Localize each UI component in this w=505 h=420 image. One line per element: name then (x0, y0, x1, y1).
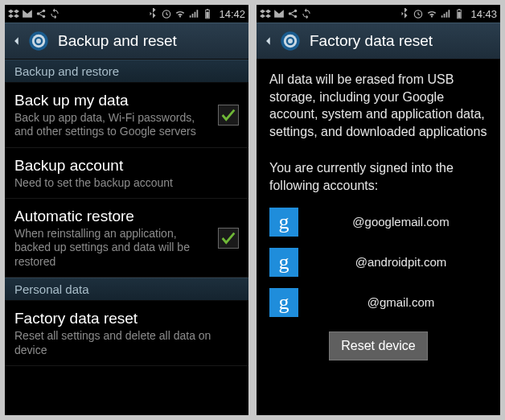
item-subtitle: Need to set the backup account (14, 176, 239, 191)
account-row: g @googlemail.com (257, 204, 500, 240)
signal-icon (440, 8, 451, 19)
item-backup-account[interactable]: Backup account Need to set the backup ac… (5, 148, 248, 199)
svg-rect-6 (207, 12, 210, 19)
item-title: Automatic restore (14, 207, 211, 226)
checkbox-automatic-restore[interactable] (218, 228, 239, 249)
dropbox-icon (8, 8, 19, 19)
alarm-icon (161, 8, 172, 19)
item-title: Backup account (14, 156, 239, 175)
status-time: 14:42 (219, 8, 245, 20)
title-bar[interactable]: Backup and reset (5, 23, 248, 60)
battery-icon (454, 8, 465, 19)
title-bar[interactable]: Factory data reset (257, 23, 500, 60)
account-row: g @androidpit.com (257, 245, 500, 280)
svg-rect-17 (458, 12, 462, 19)
google-icon: g (269, 208, 298, 237)
bluetooth-icon (147, 8, 158, 19)
back-icon[interactable] (263, 32, 274, 50)
share-icon (287, 8, 298, 19)
wifi-icon (174, 8, 186, 19)
item-backup-my-data[interactable]: Back up my data Back up app data, Wi-Fi … (5, 83, 248, 148)
phone-left: 14:42 Backup and reset Backup and restor… (5, 5, 248, 415)
google-icon: g (269, 248, 298, 277)
checkbox-backup-my-data[interactable] (218, 105, 239, 126)
google-icon: g (269, 288, 298, 317)
svg-rect-16 (458, 9, 460, 10)
item-subtitle: Reset all settings and delete all data o… (14, 329, 239, 357)
section-header: Personal data (5, 278, 248, 301)
bluetooth-icon (399, 8, 410, 19)
svg-point-21 (288, 39, 293, 43)
settings-list: Backup and restore Back up my data Back … (5, 60, 248, 366)
back-icon[interactable] (11, 32, 23, 50)
svg-rect-5 (207, 9, 208, 10)
status-bar: 14:42 (5, 5, 248, 23)
check-icon (220, 229, 237, 247)
settings-icon (27, 30, 50, 52)
account-email: @androidpit.com (314, 255, 487, 269)
reset-device-button[interactable]: Reset device (329, 331, 428, 360)
alarm-icon (413, 8, 424, 19)
dropbox-icon (260, 8, 271, 19)
status-bar: 14:43 (257, 5, 500, 23)
mail-icon (22, 8, 33, 19)
warning-text: All data will be erased from USB storage… (257, 60, 500, 145)
account-email: @googlemail.com (314, 215, 487, 229)
item-title: Factory data reset (14, 309, 239, 328)
item-subtitle: Back up app data, Wi-Fi passwords, and o… (14, 111, 211, 139)
signed-in-label: You are currently signed into the follow… (257, 145, 500, 199)
status-time: 14:43 (470, 8, 497, 20)
item-subtitle: When reinstalling an application, backed… (14, 227, 211, 270)
share-icon (35, 8, 47, 19)
settings-icon (279, 30, 302, 52)
section-header: Backup and restore (5, 60, 248, 83)
mail-icon (273, 8, 285, 19)
item-automatic-restore[interactable]: Automatic restore When reinstalling an a… (5, 199, 248, 278)
account-row: g @gmail.com (257, 285, 500, 320)
check-icon (220, 106, 237, 124)
battery-icon (202, 8, 213, 19)
title-text: Factory data reset (310, 32, 433, 50)
wifi-icon (426, 8, 437, 19)
sync-icon (49, 8, 60, 19)
title-text: Backup and reset (58, 32, 177, 50)
item-factory-data-reset[interactable]: Factory data reset Reset all settings an… (5, 301, 248, 366)
item-title: Back up my data (14, 91, 211, 110)
svg-point-10 (36, 39, 41, 43)
sync-icon (301, 8, 312, 19)
account-email: @gmail.com (314, 295, 487, 309)
signal-icon (188, 8, 199, 19)
phone-right: 14:43 Factory data reset All data will b… (257, 5, 500, 415)
